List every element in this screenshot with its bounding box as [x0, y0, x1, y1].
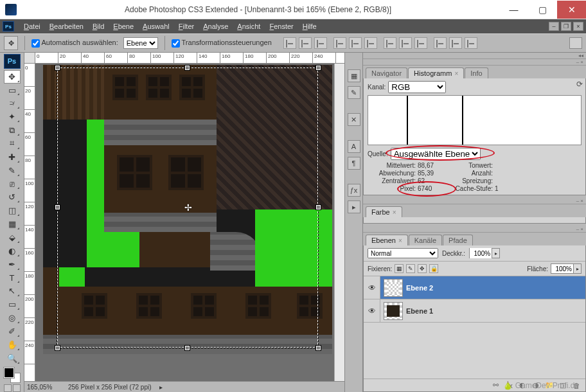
auto-select-target-select[interactable]: Ebene [123, 37, 158, 49]
refresh-icon[interactable]: ⟳ [576, 80, 583, 89]
opacity-field[interactable]: ▸ [469, 248, 500, 258]
layer-row[interactable]: 👁 Ebene 1 [364, 299, 585, 323]
quelle-select[interactable]: Ausgewählte Ebene [391, 148, 481, 160]
mdi-minimize-button[interactable]: – [549, 22, 559, 31]
dock-tool-presets-icon[interactable]: ✕ [348, 113, 360, 126]
menu-datei[interactable]: Datei [19, 22, 45, 30]
maximize-button[interactable]: ▢ [528, 1, 557, 19]
visibility-icon[interactable]: 👁 [364, 299, 380, 322]
dock-paragraph-icon[interactable]: ¶ [348, 157, 360, 170]
mdi-close-button[interactable]: × [573, 22, 583, 31]
window-title: Adobe Photoshop CS3 Extended - [Unbenann… [17, 5, 499, 14]
zoom-tool[interactable]: 🔍 [4, 352, 21, 365]
tab-navigator[interactable]: Navigator [366, 67, 407, 78]
menu-ansicht[interactable]: Ansicht [233, 22, 265, 30]
hand-tool[interactable]: ✋ [4, 338, 21, 352]
tab-ebenen[interactable]: Ebenen× [366, 235, 408, 245]
standard-mode-button[interactable] [4, 384, 12, 392]
auto-select-checkbox[interactable]: Automatisch auswählen: [31, 39, 118, 48]
align-top-icon[interactable] [283, 37, 296, 49]
pen-tool[interactable]: ✒ [4, 258, 21, 271]
menu-bearbeiten[interactable]: Bearbeiten [45, 22, 88, 30]
tab-kanaele[interactable]: Kanäle [409, 235, 442, 245]
layer-thumbnail[interactable] [384, 279, 403, 297]
workspace-button[interactable] [569, 37, 582, 49]
dock-brushes-icon[interactable]: ✎ [348, 86, 360, 99]
window-titlebar: Adobe Photoshop CS3 Extended - [Unbenann… [0, 0, 586, 19]
slice-tool[interactable]: ⌗ [4, 137, 21, 150]
layer-name[interactable]: Ebene 2 [406, 284, 433, 292]
dock-character-icon[interactable]: A [348, 140, 360, 153]
menu-analyse[interactable]: Analyse [199, 22, 233, 30]
dock-swatches-icon[interactable]: ▦ [348, 69, 360, 82]
menu-fenster[interactable]: Fenster [265, 22, 297, 30]
tab-pfade[interactable]: Pfade [443, 235, 473, 245]
layer-name[interactable]: Ebene 1 [406, 307, 433, 315]
lasso-tool[interactable]: ⟉ [4, 96, 21, 110]
distribute-left-icon[interactable] [434, 37, 447, 49]
heal-tool[interactable]: ✚ [4, 150, 21, 164]
current-tool-icon[interactable]: ✥ [4, 36, 18, 50]
history-brush-tool[interactable]: ↺ [4, 190, 21, 204]
fill-field[interactable]: ▸ [551, 263, 582, 274]
menu-bild[interactable]: Bild [88, 22, 109, 30]
blur-tool[interactable]: ⬙ [4, 231, 21, 244]
align-right-icon[interactable] [364, 37, 377, 49]
path-select-tool[interactable]: ↖ [4, 284, 21, 298]
distribute-top-icon[interactable] [384, 37, 396, 49]
tab-histogram[interactable]: Histogramm× [408, 67, 464, 78]
align-hcenter-icon[interactable] [349, 37, 362, 49]
type-tool[interactable]: T [4, 271, 21, 285]
lock-all-icon[interactable]: 🔒 [429, 264, 438, 273]
menu-hilfe[interactable]: Hilfe [298, 22, 321, 30]
menu-auswahl[interactable]: Auswahl [138, 22, 174, 30]
blend-mode-select[interactable]: Normal [368, 248, 438, 258]
lock-pixels-icon[interactable]: ✎ [406, 264, 415, 273]
eraser-tool[interactable]: ◫ [4, 204, 21, 217]
shape-tool[interactable]: ▭ [4, 298, 21, 311]
lock-transparency-icon[interactable]: ▦ [395, 264, 404, 273]
distribute-bottom-icon[interactable] [414, 37, 427, 49]
distribute-right-icon[interactable] [465, 37, 477, 49]
gradient-tool[interactable]: ▦ [4, 217, 21, 231]
crop-tool[interactable]: ⧉ [4, 123, 21, 137]
visibility-icon[interactable]: 👁 [364, 276, 380, 299]
notes-tool[interactable]: ◎ [4, 311, 21, 325]
align-vcenter-icon[interactable] [299, 37, 312, 49]
menu-ebene[interactable]: Ebene [109, 22, 138, 30]
wand-tool[interactable]: ✦ [4, 110, 21, 123]
doc-info[interactable]: 256 Pixel x 256 Pixel (72 ppi) [68, 384, 152, 391]
distribute-hcenter-icon[interactable] [449, 37, 462, 49]
menu-filter[interactable]: Filter [174, 22, 199, 30]
tab-farbe[interactable]: Farbe× [366, 206, 402, 217]
align-bottom-icon[interactable] [314, 37, 327, 49]
dock-history-icon[interactable]: ▸ [348, 200, 360, 213]
mdi-restore-button[interactable]: ❐ [561, 22, 571, 31]
dock-actions-icon[interactable]: ƒx [348, 184, 360, 197]
kanal-select[interactable]: RGB [388, 81, 446, 93]
tab-info[interactable]: Info [465, 67, 488, 78]
color-swatches[interactable] [4, 368, 21, 384]
vertical-scrollbar[interactable] [334, 64, 344, 381]
layer-row[interactable]: 👁 Ebene 2 [364, 276, 585, 299]
distribute-vcenter-icon[interactable] [399, 37, 412, 49]
move-tool[interactable]: ✥ [4, 70, 21, 84]
link-layers-icon[interactable]: ⚯ [490, 381, 501, 390]
close-button[interactable]: ✕ [557, 1, 586, 19]
minimize-button[interactable]: — [499, 1, 528, 19]
marquee-tool[interactable]: ▭ [4, 84, 21, 97]
foreground-color-swatch[interactable] [4, 368, 14, 378]
zoom-level[interactable]: 165,05% [27, 384, 62, 391]
transform-controls-checkbox[interactable]: Transformationssteuerungen [172, 39, 272, 48]
horizontal-ruler[interactable]: 020406080100120140160180200220240 [24, 53, 344, 64]
quick-mask-button[interactable] [13, 384, 21, 392]
vertical-ruler[interactable]: 020406080100120140160180200220240 [24, 64, 35, 381]
dodge-tool[interactable]: ◐ [4, 244, 21, 258]
layer-thumbnail[interactable] [384, 302, 403, 320]
lock-position-icon[interactable]: ✥ [418, 264, 427, 273]
brush-tool[interactable]: ✎ [4, 164, 21, 177]
canvas[interactable]: ✢ [35, 64, 334, 381]
stamp-tool[interactable]: ⎚ [4, 177, 21, 191]
eyedropper-tool[interactable]: ✐ [4, 325, 21, 338]
align-left-icon[interactable] [333, 37, 346, 49]
